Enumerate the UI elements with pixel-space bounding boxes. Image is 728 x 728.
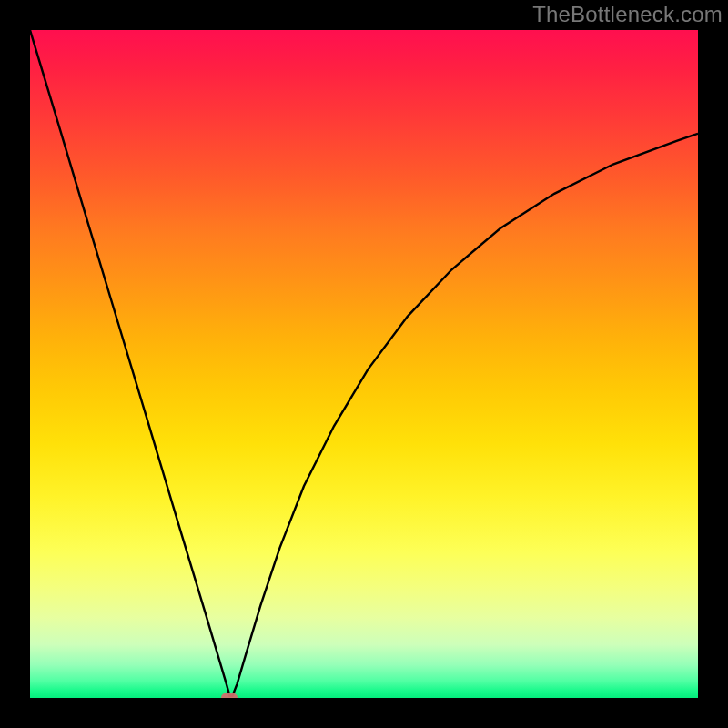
curve-path <box>30 30 698 696</box>
watermark-text: TheBottleneck.com <box>532 2 723 27</box>
plot-area <box>30 30 698 698</box>
chart-frame: TheBottleneck.com <box>0 0 728 728</box>
curve-svg <box>30 30 698 698</box>
min-marker <box>221 693 238 698</box>
